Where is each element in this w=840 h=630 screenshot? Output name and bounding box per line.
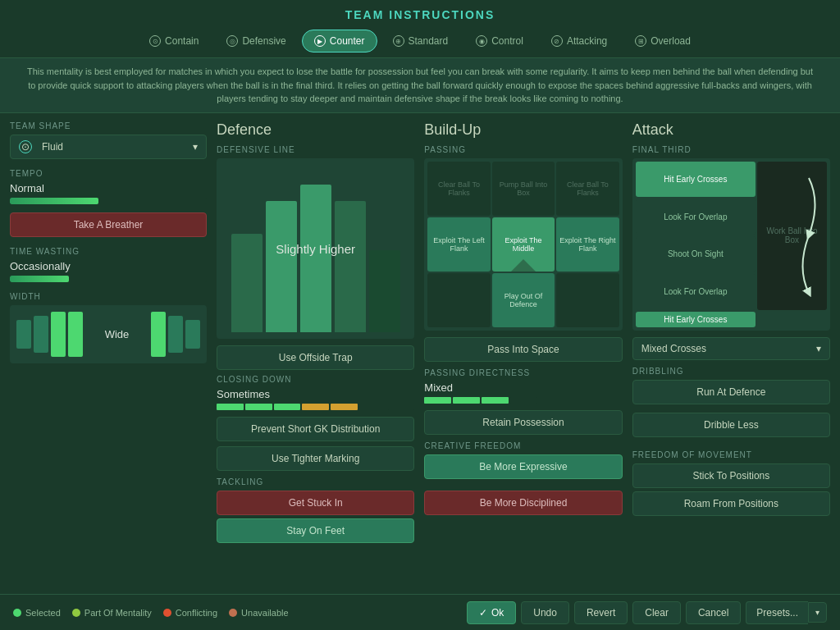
tempo-value: Normal [10,182,207,194]
tab-contain[interactable]: ⊙ Contain [137,30,211,52]
time-wasting-value: Occasionally [10,260,207,272]
clear-button[interactable]: Clear [632,601,681,624]
pd-seg-5 [538,397,565,404]
pass-cell-0[interactable]: Clear Ball To Flanks [427,162,490,216]
footer: Selected Part Of Mentality Conflicting U… [0,594,840,630]
pass-cell-1[interactable]: Pump Ball Into Box [492,162,555,216]
prevent-gk-button[interactable]: Prevent Short GK Distribution [217,417,414,441]
control-icon: ◉ [476,35,487,47]
offside-trap-button[interactable]: Use Offside Trap [217,345,414,370]
pass-cell-3[interactable]: Exploit The Left Flank [427,217,490,272]
standard-icon: ⊕ [393,35,404,47]
presets-button[interactable]: Presets... [746,601,808,624]
hit-early-crosses-bottom[interactable]: Hit Early Crosses [636,312,756,327]
seg-3 [274,404,301,410]
legend-selected: Selected [13,608,61,618]
get-stuck-in-button[interactable]: Get Stuck In [217,491,414,515]
width-bar-3 [51,312,66,357]
passing-viz: Clear Ball To Flanks Pump Ball Into Box … [424,158,622,331]
legend-part-of-mentality: Part Of Mentality [72,608,152,618]
dribble-less-button[interactable]: Dribble Less [632,413,830,437]
cancel-button[interactable]: Cancel [686,601,741,624]
passing-directness-value: Mixed [424,381,622,394]
centre-panels: Defence DEFENSIVE LINE Slightly Higher U… [217,121,830,596]
freedom-label: FREEDOM OF MOVEMENT [632,450,830,459]
final-third-label: FINAL THIRD [632,145,830,154]
presets-dropdown-arrow[interactable]: ▾ [808,602,827,623]
tab-standard[interactable]: ⊕ Standard [381,30,461,52]
stay-on-feet-button[interactable]: Stay On Feet [217,518,414,543]
tab-counter[interactable]: ▶ Counter [302,30,377,52]
nav-tabs: ⊙ Contain ◎ Defensive ▶ Counter ⊕ Standa… [0,25,840,57]
tempo-label: TEMPO [10,169,207,178]
pass-cell-2[interactable]: Clear Ball To Flanks [556,162,619,216]
seg-6 [359,404,386,410]
def-bar-1 [231,234,262,332]
tab-defensive[interactable]: ◎ Defensive [214,30,298,52]
time-wasting-section: TIME WASTING Occasionally [10,247,207,282]
tempo-section: TEMPO Normal Take A Breather [10,169,207,237]
pd-seg-4 [510,397,537,404]
pd-seg-6 [567,397,594,404]
retain-possession-button[interactable]: Retain Possession [424,410,622,435]
team-shape-dropdown[interactable]: ⊙ Fluid ▾ [10,135,207,159]
seg-2 [245,404,272,410]
seg-5 [331,404,358,410]
time-wasting-label: TIME WASTING [10,247,207,256]
hit-early-crosses-top[interactable]: Hit Early Crosses [636,162,756,198]
unavailable-dot [229,609,237,617]
pass-cell-7[interactable]: Play Out Of Defence [492,273,555,327]
selected-dot [13,609,21,617]
legend-conflicting: Conflicting [163,608,217,618]
be-more-disciplined-button[interactable]: Be More Disciplined [424,491,622,515]
defence-panel: Defence DEFENSIVE LINE Slightly Higher U… [217,121,414,596]
pd-seg-3 [482,397,509,404]
tempo-progress-fill [10,198,98,204]
pass-cell-5[interactable]: Exploit The Right Flank [556,217,619,272]
chevron-down-icon: ▾ [193,141,198,153]
width-bar-7 [185,320,200,349]
shoot-on-sight[interactable]: Shoot On Sight [636,236,756,272]
stick-positions-button[interactable]: Stick To Positions [632,463,830,488]
look-for-overlap-top[interactable]: Look For Overlap [636,199,756,235]
attack-grid: Hit Early Crosses Work Ball Into Box [632,158,830,331]
passing-directness-slider [424,397,622,404]
width-bar-5 [151,312,166,357]
time-wasting-fill [10,276,69,282]
tighter-marking-button[interactable]: Use Tighter Marking [217,446,414,471]
tab-overload[interactable]: ⊞ Overload [623,30,703,52]
checkmark-icon: ✓ [479,607,487,619]
pd-seg-2 [453,397,480,404]
run-at-defence-button[interactable]: Run At Defence [632,380,830,404]
tab-attacking[interactable]: ⊘ Attacking [539,30,619,52]
pass-into-space-button[interactable]: Pass Into Space [424,337,622,362]
pass-cell-4[interactable]: Exploit The Middle [492,217,555,272]
mixed-crosses-dropdown[interactable]: Mixed Crosses ▾ [632,337,830,360]
footer-buttons: ✓ Ok Undo Revert Clear Cancel Presets...… [467,601,827,624]
pass-cell-6 [427,273,490,327]
seg-1 [217,404,244,410]
def-bar-5 [369,250,400,332]
tab-control[interactable]: ◉ Control [463,30,536,52]
work-ball-cell[interactable]: Work Ball Into Box [757,162,827,310]
width-bar-1 [16,320,31,349]
def-bar-3 [300,185,331,332]
tackling-label: TACKLING [217,477,414,486]
roam-positions-button[interactable]: Roam From Positions [632,491,830,516]
width-bar-6 [168,316,183,353]
take-breather-button[interactable]: Take A Breather [10,212,207,237]
pass-cell-8 [556,273,619,327]
legend-unavailable: Unavailable [229,608,288,618]
revert-button[interactable]: Revert [574,601,628,624]
buildup-title: Build-Up [424,121,622,139]
be-more-expressive-button[interactable]: Be More Expressive [424,454,622,479]
width-bar-4 [68,312,83,357]
closing-down-label: CLOSING DOWN [217,375,414,384]
tempo-progress-bar [10,198,207,204]
look-for-overlap-bottom[interactable]: Look For Overlap [636,274,756,310]
mentality-description: This mentality is best employed for matc… [0,57,840,113]
undo-button[interactable]: Undo [521,601,569,624]
ok-button[interactable]: ✓ Ok [467,601,516,624]
team-shape-label: TEAM SHAPE [10,121,207,130]
closing-down-slider [217,404,414,410]
